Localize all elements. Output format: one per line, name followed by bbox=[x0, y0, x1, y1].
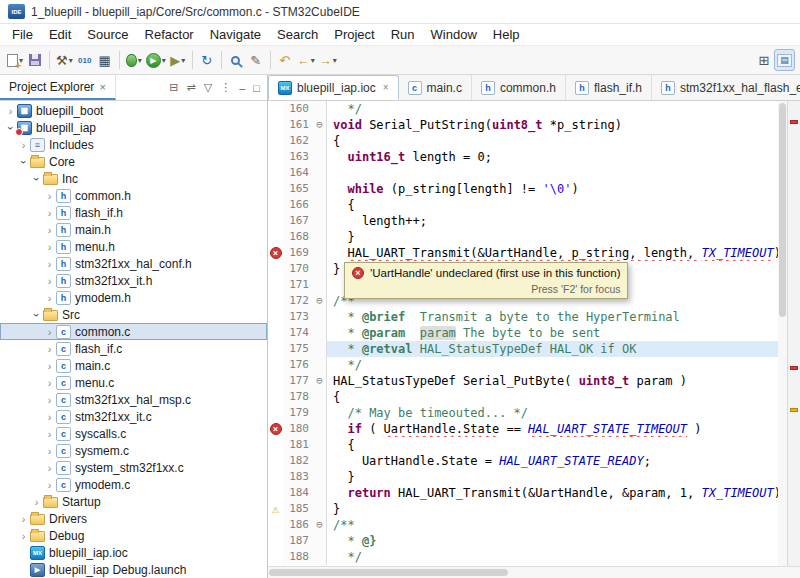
expand-icon[interactable]: › bbox=[43, 224, 56, 236]
refresh-index-button[interactable]: ↻ bbox=[197, 49, 217, 71]
expand-icon[interactable]: › bbox=[17, 530, 30, 542]
code-text[interactable] bbox=[327, 165, 778, 181]
collapse-icon[interactable]: › bbox=[31, 308, 43, 321]
menu-source[interactable]: Source bbox=[79, 26, 136, 43]
tree-item-ymodem-h[interactable]: ›hymodem.h bbox=[0, 289, 267, 306]
open-perspective-button[interactable]: ⊞ bbox=[754, 49, 774, 71]
menu-window[interactable]: Window bbox=[423, 26, 485, 43]
overview-ruler[interactable] bbox=[787, 101, 800, 566]
tree-item-stm32f1xx-hal-conf-h[interactable]: ›hstm32f1xx_hal_conf.h bbox=[0, 255, 267, 272]
back-button[interactable]: ←▾ bbox=[295, 49, 317, 71]
dropdown-arrow-icon[interactable]: ▾ bbox=[311, 56, 315, 65]
menu-search[interactable]: Search bbox=[269, 26, 326, 43]
code-text[interactable]: */ bbox=[327, 101, 778, 117]
tree-item-system-stm32f1xx-c[interactable]: ›csystem_stm32f1xx.c bbox=[0, 459, 267, 476]
editor-tab-bluepill-iap-ioc[interactable]: MXbluepill_iap.ioc× bbox=[268, 75, 399, 100]
expand-icon[interactable]: › bbox=[43, 428, 56, 440]
device-config-button[interactable]: ▦ bbox=[95, 49, 115, 71]
editor-tab-main-c[interactable]: cmain.c bbox=[399, 75, 472, 100]
code-text[interactable]: if ( UartHandle.State == HAL_UART_STATE_… bbox=[327, 421, 778, 437]
tree-item-menu-c[interactable]: ›cmenu.c bbox=[0, 374, 267, 391]
tree-item-ymodem-c[interactable]: ›cymodem.c bbox=[0, 476, 267, 493]
last-edit-location-button[interactable]: ↶ bbox=[275, 49, 295, 71]
collapse-all-icon[interactable]: ⊟ bbox=[169, 81, 178, 94]
code-text[interactable]: HAL_StatusTypeDef Serial_PutByte( uint8_… bbox=[327, 373, 778, 389]
code-text[interactable]: * @param param The byte to be sent bbox=[327, 325, 778, 341]
minimize-view-icon[interactable]: – bbox=[239, 82, 245, 94]
close-view-icon[interactable]: × bbox=[99, 81, 105, 93]
expand-icon[interactable]: › bbox=[43, 275, 56, 287]
error-ruler-mark[interactable] bbox=[790, 366, 798, 370]
code-text[interactable]: * @brief Transmit a byte to the HyperTer… bbox=[327, 309, 778, 325]
tree-item-inc[interactable]: ›Inc bbox=[0, 170, 267, 187]
tree-item-common-h[interactable]: ›hcommon.h bbox=[0, 187, 267, 204]
code-text[interactable]: return HAL_UART_Transmit(&UartHandle, &p… bbox=[327, 485, 778, 501]
code-text[interactable]: } bbox=[327, 501, 778, 517]
tree-item-syscalls-c[interactable]: ›csyscalls.c bbox=[0, 425, 267, 442]
tree-item-main-c[interactable]: ›cmain.c bbox=[0, 357, 267, 374]
fold-marker-icon[interactable]: ⊖ bbox=[313, 117, 327, 133]
expand-icon[interactable]: › bbox=[43, 190, 56, 202]
expand-icon[interactable]: › bbox=[43, 411, 56, 423]
close-tab-icon[interactable]: × bbox=[383, 82, 389, 93]
tree-item-flash-if-h[interactable]: ›hflash_if.h bbox=[0, 204, 267, 221]
editor-tab-flash-if-h[interactable]: hflash_if.h bbox=[566, 75, 652, 100]
code-text[interactable]: } bbox=[327, 469, 778, 485]
code-text[interactable]: { bbox=[327, 133, 778, 149]
tree-item-core[interactable]: ›Core bbox=[0, 153, 267, 170]
expand-icon[interactable]: › bbox=[43, 394, 56, 406]
filter-icon[interactable]: ▽ bbox=[204, 81, 212, 94]
code-text[interactable]: { bbox=[327, 197, 778, 213]
binary-tools-button[interactable]: 010 bbox=[75, 49, 95, 71]
error-marker[interactable]: × bbox=[268, 421, 283, 437]
code-text[interactable]: * @retval HAL_StatusTypeDef HAL_OK if OK bbox=[327, 341, 778, 357]
tree-item-debug[interactable]: ›Debug bbox=[0, 527, 267, 544]
expand-icon[interactable]: › bbox=[43, 207, 56, 219]
expand-icon[interactable]: › bbox=[43, 343, 56, 355]
code-text[interactable]: while (p_string[length] != '\0') bbox=[327, 181, 778, 197]
collapse-icon[interactable]: › bbox=[18, 155, 30, 168]
fold-marker-icon[interactable]: ⊖ bbox=[313, 293, 327, 309]
menu-project[interactable]: Project bbox=[326, 26, 382, 43]
code-text[interactable]: uint16_t length = 0; bbox=[327, 149, 778, 165]
tree-item-stm32f1xx-hal-msp-c[interactable]: ›cstm32f1xx_hal_msp.c bbox=[0, 391, 267, 408]
expand-icon[interactable]: › bbox=[43, 377, 56, 389]
vertical-scrollbar-thumb[interactable] bbox=[779, 103, 786, 317]
expand-icon[interactable]: › bbox=[17, 139, 30, 151]
tree-item-sysmem-c[interactable]: ›csysmem.c bbox=[0, 442, 267, 459]
menu-refactor[interactable]: Refactor bbox=[137, 26, 202, 43]
code-text[interactable]: */ bbox=[327, 357, 778, 373]
code-text[interactable]: HAL_UART_Transmit(&UartHandle, p_string,… bbox=[327, 245, 778, 261]
tree-item-src[interactable]: ›Src bbox=[0, 306, 267, 323]
expand-icon[interactable]: › bbox=[43, 479, 56, 491]
error-ruler-mark[interactable] bbox=[790, 120, 798, 124]
menu-edit[interactable]: Edit bbox=[41, 26, 79, 43]
expand-icon[interactable]: › bbox=[43, 360, 56, 372]
tree-item-bluepill-iap-ioc[interactable]: MXbluepill_iap.ioc bbox=[0, 544, 267, 561]
collapse-icon[interactable]: › bbox=[31, 172, 43, 185]
warning-marker[interactable]: ⚠ bbox=[268, 501, 283, 517]
expand-icon[interactable]: › bbox=[43, 326, 56, 338]
open-element-button[interactable]: ✎ bbox=[246, 49, 266, 71]
run-button[interactable]: ▶▾ bbox=[144, 49, 168, 71]
tree-item-menu-h[interactable]: ›hmenu.h bbox=[0, 238, 267, 255]
editor-tab-common-h[interactable]: hcommon.h bbox=[472, 75, 566, 100]
expand-icon[interactable]: › bbox=[17, 513, 30, 525]
fold-marker-icon[interactable]: ⊖ bbox=[313, 373, 327, 389]
warning-ruler-mark[interactable] bbox=[790, 408, 798, 412]
external-tools-button[interactable]: ▶▾ bbox=[168, 49, 188, 71]
maximize-view-icon[interactable]: □ bbox=[253, 82, 260, 94]
menu-run[interactable]: Run bbox=[383, 26, 423, 43]
tree-item-bluepill-iap[interactable]: ›▦bluepill_iap bbox=[0, 119, 267, 136]
expand-icon[interactable]: › bbox=[43, 462, 56, 474]
tree-item-flash-if-c[interactable]: ›cflash_if.c bbox=[0, 340, 267, 357]
code-text[interactable]: { bbox=[327, 389, 778, 405]
vertical-scrollbar[interactable] bbox=[778, 101, 787, 566]
tree-item-drivers[interactable]: ›Drivers bbox=[0, 510, 267, 527]
menu-navigate[interactable]: Navigate bbox=[202, 26, 269, 43]
code-text[interactable]: { bbox=[327, 437, 778, 453]
dropdown-arrow-icon[interactable]: ▾ bbox=[162, 56, 166, 65]
tree-item-common-c[interactable]: ›ccommon.c bbox=[0, 323, 267, 340]
expand-icon[interactable]: › bbox=[4, 105, 17, 117]
expand-icon[interactable]: › bbox=[43, 292, 56, 304]
